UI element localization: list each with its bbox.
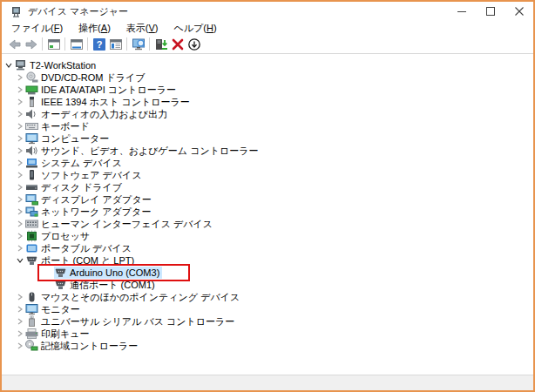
- chevron-right-icon[interactable]: [15, 303, 25, 315]
- chevron-right-icon[interactable]: [15, 340, 25, 352]
- chevron-right-icon[interactable]: [15, 71, 25, 84]
- chevron-right-icon[interactable]: [15, 230, 25, 242]
- tree-item[interactable]: ユニバーサル シリアル バス コントローラー: [25, 315, 237, 328]
- tree-item[interactable]: プロセッサ: [25, 230, 92, 242]
- tree-item[interactable]: IDE ATA/ATAPI コントローラー: [25, 84, 179, 96]
- close-button[interactable]: [505, 2, 533, 21]
- chevron-right-icon[interactable]: [15, 132, 25, 145]
- tree-row[interactable]: ディスプレイ アダプター: [2, 193, 533, 206]
- chevron-right-icon[interactable]: [15, 108, 25, 120]
- menu-view[interactable]: 表示(V): [119, 21, 166, 36]
- menu-file[interactable]: ファイル(F): [3, 21, 71, 36]
- chevron-right-icon[interactable]: [15, 242, 25, 254]
- menu-help[interactable]: ヘルプ(H): [166, 21, 224, 36]
- tree-row[interactable]: 記憶域コントローラー: [2, 340, 533, 352]
- toolbar-update-driver-button[interactable]: [152, 36, 169, 52]
- chevron-right-icon[interactable]: [15, 120, 25, 132]
- chevron-right-icon[interactable]: [15, 145, 25, 157]
- chevron-right-icon[interactable]: [15, 328, 25, 340]
- toolbar-properties-button[interactable]: [68, 36, 85, 52]
- tree-item[interactable]: ディスク ドライブ: [25, 181, 125, 193]
- toolbar-forward-button[interactable]: [23, 36, 39, 52]
- toolbar-disable-device-button[interactable]: [186, 36, 202, 52]
- tree-row[interactable]: ユニバーサル シリアル バス コントローラー: [2, 315, 533, 328]
- tree-row[interactable]: プロセッサ: [2, 230, 533, 242]
- tree-item-selected[interactable]: Arduino Uno (COM3): [54, 267, 162, 279]
- scan-hardware-icon: [132, 37, 146, 51]
- tree-item[interactable]: ディスプレイ アダプター: [25, 193, 154, 206]
- computer-icon: [25, 132, 38, 145]
- tree-row[interactable]: マウスとそのほかのポインティング デバイス: [2, 291, 533, 303]
- tree-row[interactable]: ヒューマン インターフェイス デバイス: [2, 218, 533, 230]
- tree-row[interactable]: IDE ATA/ATAPI コントローラー: [2, 84, 533, 96]
- device-manager-window: デバイス マネージャー ファイル(F)操作(A)表示(V)ヘルプ(H) ? T2…: [0, 0, 535, 392]
- tree-item-label: モニター: [38, 303, 80, 315]
- tree-row[interactable]: ポータブル デバイス: [2, 242, 533, 254]
- tree-item[interactable]: 通信ポート (COM1): [54, 279, 158, 291]
- toolbar-separator: [87, 37, 88, 51]
- tree-row[interactable]: ソフトウェア デバイス: [2, 169, 533, 181]
- tree-item-label: ポータブル デバイス: [38, 242, 132, 254]
- chevron-right-icon[interactable]: [15, 218, 25, 230]
- tree-row[interactable]: モニター: [2, 303, 533, 315]
- toolbar-help-button[interactable]: ?: [91, 36, 107, 52]
- chevron-down-icon[interactable]: [15, 254, 25, 267]
- tree-row[interactable]: サウンド、ビデオ、およびゲーム コントローラー: [2, 145, 533, 157]
- tree-row[interactable]: T2-WorkStation: [2, 59, 533, 71]
- tree-row[interactable]: システム デバイス: [2, 157, 533, 169]
- minimize-button[interactable]: [447, 2, 476, 21]
- tree-item[interactable]: 記憶域コントローラー: [25, 340, 140, 352]
- tree-row[interactable]: 印刷キュー: [2, 328, 533, 340]
- tree-item[interactable]: IEEE 1394 ホスト コントローラー: [25, 96, 193, 108]
- toolbar-uninstall-device-button[interactable]: [169, 36, 186, 52]
- chevron-right-icon[interactable]: [15, 291, 25, 303]
- toolbar-back-button[interactable]: [6, 36, 23, 52]
- chevron-right-icon[interactable]: [15, 315, 25, 328]
- tree-row[interactable]: DVD/CD-ROM ドライブ: [2, 71, 533, 84]
- tree-item-label: サウンド、ビデオ、およびゲーム コントローラー: [38, 145, 258, 157]
- tree-row[interactable]: 通信ポート (COM1): [2, 279, 533, 291]
- tree-item-label: オーディオの入力および出力: [38, 108, 167, 120]
- chevron-down-icon[interactable]: [3, 59, 14, 71]
- tree-item[interactable]: オーディオの入力および出力: [25, 108, 170, 120]
- chevron-right-icon[interactable]: [15, 206, 25, 218]
- tree-item[interactable]: コンピューター: [25, 132, 112, 145]
- chevron-right-icon[interactable]: [15, 84, 25, 96]
- network-adapter-icon: [25, 206, 38, 218]
- tree-item[interactable]: ヒューマン インターフェイス デバイス: [25, 218, 215, 230]
- tree-row[interactable]: ネットワーク アダプター: [2, 206, 533, 218]
- tree-item[interactable]: DVD/CD-ROM ドライブ: [25, 71, 148, 84]
- tree-row[interactable]: ポート (COM と LPT): [2, 254, 533, 267]
- tree-item[interactable]: キーボード: [25, 120, 92, 132]
- tree-row[interactable]: Arduino Uno (COM3): [2, 267, 533, 279]
- tree-row[interactable]: IEEE 1394 ホスト コントローラー: [2, 96, 533, 108]
- tree-item[interactable]: マウスとそのほかのポインティング デバイス: [25, 291, 242, 303]
- tree-row[interactable]: ディスク ドライブ: [2, 181, 533, 193]
- tree-item[interactable]: ポート (COM と LPT): [25, 254, 137, 267]
- tree-item[interactable]: 印刷キュー: [25, 328, 92, 340]
- menu-action[interactable]: 操作(A): [71, 21, 119, 36]
- software-device-icon: [25, 169, 38, 181]
- tree-row[interactable]: コンピューター: [2, 132, 533, 145]
- tree-item[interactable]: システム デバイス: [25, 157, 125, 169]
- tree-item-label: システム デバイス: [38, 157, 122, 169]
- tree-item[interactable]: ソフトウェア デバイス: [25, 169, 145, 181]
- tree-item[interactable]: ネットワーク アダプター: [25, 206, 153, 218]
- chevron-right-icon[interactable]: [15, 193, 25, 206]
- chevron-right-icon[interactable]: [15, 96, 25, 108]
- toolbar-show-console-tree-button[interactable]: [45, 36, 62, 52]
- toolbar-action-pane-button[interactable]: [107, 36, 124, 52]
- chevron-right-icon[interactable]: [15, 181, 25, 193]
- chevron-right-icon[interactable]: [15, 169, 25, 181]
- window-title: デバイス マネージャー: [28, 5, 128, 18]
- tree-item[interactable]: モニター: [25, 303, 83, 315]
- tree-row[interactable]: キーボード: [2, 120, 533, 132]
- maximize-button[interactable]: [476, 2, 505, 21]
- tree-item[interactable]: T2-WorkStation: [14, 59, 98, 71]
- toolbar-scan-hardware-changes-button[interactable]: [130, 36, 146, 52]
- tree-row[interactable]: オーディオの入力および出力: [2, 108, 533, 120]
- tree-item[interactable]: サウンド、ビデオ、およびゲーム コントローラー: [25, 145, 261, 157]
- storage-controller-icon: [25, 340, 38, 352]
- chevron-right-icon[interactable]: [15, 157, 25, 169]
- tree-item[interactable]: ポータブル デバイス: [25, 242, 134, 254]
